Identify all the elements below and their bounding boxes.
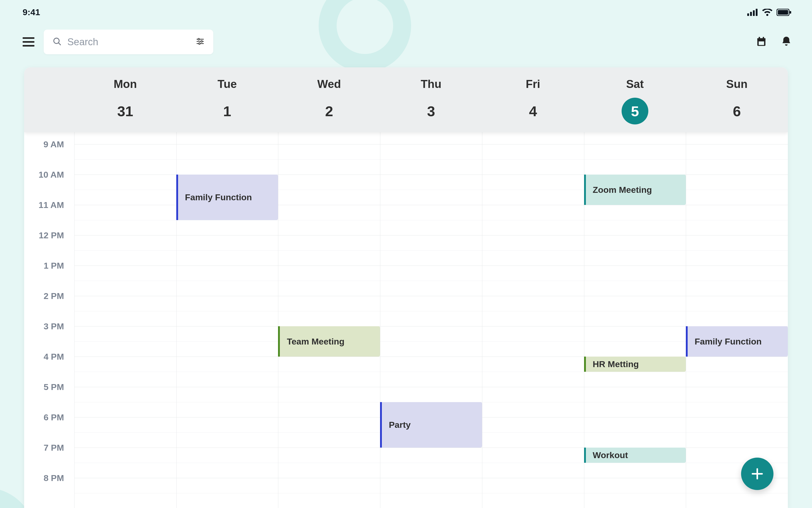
search-icon <box>52 37 62 47</box>
status-time: 9:41 <box>22 7 40 17</box>
time-label: 12 PM <box>39 230 64 240</box>
grid-column-line <box>74 129 75 508</box>
day-of-week-label: Thu <box>380 78 482 90</box>
day-of-week-label: Sun <box>686 78 788 90</box>
day-header-wed[interactable]: Wed2 <box>278 67 380 132</box>
time-label: 8 PM <box>44 473 64 483</box>
time-label: 1 PM <box>44 261 64 271</box>
wifi-icon <box>762 9 772 16</box>
calendar-event[interactable]: Zoom Meeting <box>584 175 686 205</box>
filter-icon[interactable] <box>196 37 205 47</box>
battery-icon <box>776 9 792 16</box>
day-of-week-label: Tue <box>176 78 278 90</box>
grid-line-half <box>74 250 788 251</box>
calendar-card: Mon31Tue1Wed2Thu3Fri4Sat5Sun6 9 AM10 AM1… <box>24 67 788 508</box>
day-header-fri[interactable]: Fri4 <box>482 67 584 132</box>
grid-wrap: 9 AM10 AM11 AM12 PM1 PM2 PM3 PM4 PM5 PM6… <box>24 129 788 508</box>
day-header: Mon31Tue1Wed2Thu3Fri4Sat5Sun6 <box>24 67 788 132</box>
svg-rect-0 <box>747 13 749 16</box>
svg-rect-1 <box>750 12 752 16</box>
grid-line-half <box>74 220 788 220</box>
time-label: 11 AM <box>39 200 64 210</box>
svg-point-12 <box>201 41 202 42</box>
grid-line-half <box>74 159 788 160</box>
status-icons <box>747 9 792 16</box>
calendar-grid[interactable]: Family FunctionZoom MeetingTeam MeetingF… <box>74 129 788 508</box>
event-title: Family Function <box>694 337 762 346</box>
day-header-thu[interactable]: Thu3 <box>380 67 482 132</box>
svg-rect-5 <box>778 10 788 15</box>
menu-button[interactable] <box>22 37 35 46</box>
search-input[interactable] <box>67 37 196 48</box>
calendar-event[interactable]: Party <box>380 402 482 448</box>
time-label: 3 PM <box>44 321 64 331</box>
event-title: Workout <box>593 450 628 460</box>
time-label: 7 PM <box>44 443 64 453</box>
grid-line-hour <box>74 265 788 266</box>
day-number: 31 <box>112 98 138 124</box>
grid-column-line <box>686 129 686 508</box>
top-bar <box>0 17 812 54</box>
day-header-tue[interactable]: Tue1 <box>176 67 278 132</box>
time-label: 9 AM <box>43 139 64 150</box>
add-event-button[interactable] <box>741 458 773 490</box>
calendar-event[interactable]: Family Function <box>686 326 788 356</box>
cellular-icon <box>747 9 758 16</box>
time-label: 4 PM <box>44 352 64 362</box>
day-number: 3 <box>418 98 445 124</box>
calendar-event[interactable]: HR Metting <box>584 356 686 372</box>
svg-rect-18 <box>763 37 764 39</box>
day-of-week-label: Fri <box>482 78 584 90</box>
grid-line-half <box>74 311 788 311</box>
grid-column-line <box>482 129 482 508</box>
grid-line-hour <box>74 478 788 478</box>
time-label: 6 PM <box>44 412 64 422</box>
time-label: 10 AM <box>39 170 64 180</box>
grid-line-hour <box>74 326 788 327</box>
calendar-event[interactable]: Workout <box>584 448 686 463</box>
svg-point-10 <box>198 38 199 40</box>
svg-rect-6 <box>790 11 791 14</box>
day-number: 6 <box>724 98 750 124</box>
grid-line-hour <box>74 235 788 236</box>
grid-line-half <box>74 372 788 372</box>
day-of-week-label: Wed <box>278 78 380 90</box>
bell-icon[interactable] <box>781 36 792 48</box>
day-number: 5 <box>622 98 648 124</box>
time-gutter-header <box>24 67 74 132</box>
day-header-sun[interactable]: Sun6 <box>686 67 788 132</box>
svg-rect-16 <box>757 38 766 41</box>
time-label: 5 PM <box>44 382 64 392</box>
day-of-week-label: Mon <box>74 78 176 90</box>
svg-rect-2 <box>753 10 755 16</box>
calendar-event[interactable]: Family Function <box>176 175 278 220</box>
day-number: 2 <box>316 98 343 124</box>
time-label: 2 PM <box>44 291 64 301</box>
calendar-icon[interactable] <box>756 36 767 48</box>
time-gutter: 9 AM10 AM11 AM12 PM1 PM2 PM3 PM4 PM5 PM6… <box>24 129 74 508</box>
grid-line-half <box>74 463 788 463</box>
event-title: Zoom Meeting <box>593 185 652 195</box>
day-number: 4 <box>520 98 546 124</box>
grid-line-half <box>74 341 788 342</box>
svg-point-14 <box>198 43 200 44</box>
event-title: HR Metting <box>593 359 639 369</box>
svg-rect-3 <box>756 9 758 16</box>
grid-line-hour <box>74 144 788 144</box>
status-bar: 9:41 <box>0 0 812 17</box>
svg-rect-17 <box>759 37 760 39</box>
grid-column-line <box>278 129 278 508</box>
day-header-sat[interactable]: Sat5 <box>584 67 686 132</box>
day-header-mon[interactable]: Mon31 <box>74 67 176 132</box>
calendar-event[interactable]: Team Meeting <box>278 326 380 356</box>
day-number: 1 <box>214 98 240 124</box>
svg-line-8 <box>58 43 61 45</box>
event-title: Party <box>389 420 411 430</box>
event-title: Team Meeting <box>287 337 344 346</box>
event-title: Family Function <box>185 192 252 202</box>
svg-rect-19 <box>759 41 764 45</box>
day-of-week-label: Sat <box>584 78 686 90</box>
search-box[interactable] <box>44 30 213 54</box>
